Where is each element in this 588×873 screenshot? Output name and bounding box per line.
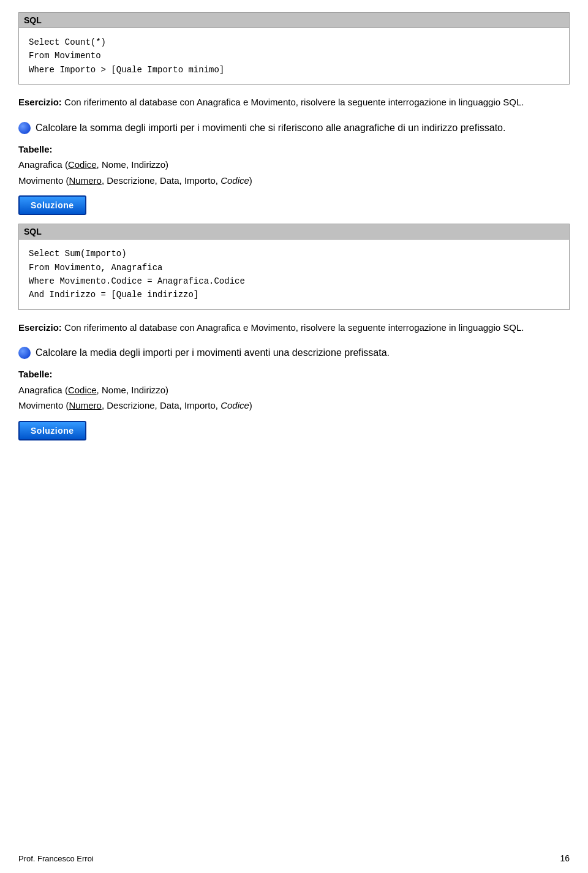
table-anagrafica-2: Anagrafica (Codice, Nome, Indirizzo) bbox=[18, 159, 168, 170]
tables-label-3: Tabelle: bbox=[18, 369, 53, 379]
section-1: SQL Select Count(*) From Movimento Where… bbox=[18, 12, 570, 110]
table-anagrafica-3: Anagrafica (Codice, Nome, Indirizzo) bbox=[18, 385, 168, 395]
tables-block-2: Tabelle: Anagrafica (Codice, Nome, Indir… bbox=[18, 142, 570, 189]
sql-code-block-2: Select Sum(Importo) From Movimento, Anag… bbox=[18, 240, 570, 310]
sql-header-label-2: SQL bbox=[24, 227, 42, 236]
blue-bullet-3 bbox=[18, 347, 31, 359]
exercise-text-2: Calcolare la somma degli importi per i m… bbox=[36, 121, 570, 135]
sql-code-text-1: Select Count(*) From Movimento Where Imp… bbox=[29, 37, 224, 75]
soluzione-button-2[interactable]: Soluzione bbox=[18, 195, 86, 215]
page-footer: Prof. Francesco Erroi 16 bbox=[0, 853, 588, 863]
esercizio-line-1: Esercizio: Con riferimento al database c… bbox=[18, 96, 570, 110]
sql-code-text-2: Select Sum(Importo) From Movimento, Anag… bbox=[29, 249, 245, 300]
section-3: Calcolare la media degli importi per i m… bbox=[18, 346, 570, 449]
sql-header-bar-1: SQL bbox=[18, 12, 570, 28]
soluzione-button-3[interactable]: Soluzione bbox=[18, 421, 86, 440]
esercizio-text-1: Con riferimento al database con Anagrafi… bbox=[62, 97, 524, 107]
sql-header-bar-2: SQL bbox=[18, 224, 570, 240]
esercizio-line-2: Esercizio: Con riferimento al database c… bbox=[18, 321, 570, 335]
sql-header-label-1: SQL bbox=[24, 15, 42, 25]
table-movimento-2: Movimento (Numero, Descrizione, Data, Im… bbox=[18, 175, 252, 186]
tables-block-3: Tabelle: Anagrafica (Codice, Nome, Indir… bbox=[18, 366, 570, 414]
table-movimento-3: Movimento (Numero, Descrizione, Data, Im… bbox=[18, 400, 252, 410]
tables-label-2: Tabelle: bbox=[18, 144, 53, 154]
footer-author: Prof. Francesco Erroi bbox=[18, 854, 94, 863]
section-2: Calcolare la somma degli importi per i m… bbox=[18, 121, 570, 335]
exercise-text-3: Calcolare la media degli importi per i m… bbox=[36, 346, 570, 360]
sql-code-block-1: Select Count(*) From Movimento Where Imp… bbox=[18, 28, 570, 85]
page-number: 16 bbox=[560, 853, 570, 863]
exercise-intro-3: Calcolare la media degli importi per i m… bbox=[18, 346, 570, 360]
esercizio-label-2: Esercizio: bbox=[18, 322, 62, 333]
esercizio-text-2: Con riferimento al database con Anagrafi… bbox=[62, 322, 524, 333]
esercizio-label-1: Esercizio: bbox=[18, 97, 62, 107]
exercise-intro-2: Calcolare la somma degli importi per i m… bbox=[18, 121, 570, 135]
blue-bullet-2 bbox=[18, 122, 31, 134]
